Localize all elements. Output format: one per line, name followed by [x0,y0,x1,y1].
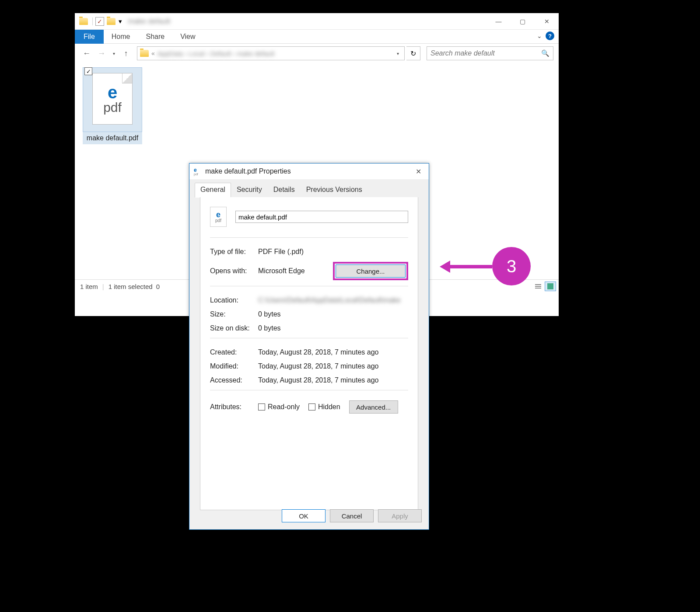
qat-dropdown-icon[interactable]: ▾ [117,17,123,25]
tab-body-general: epdf Type of file: PDF File (.pdf) Opens… [200,197,418,510]
accessed-label: Accessed: [210,376,258,384]
maximize-button[interactable]: ▢ [511,13,535,30]
checkbox-icon [258,403,265,410]
read-only-label: Read-only [268,403,300,411]
help-icon[interactable]: ? [546,31,554,40]
annotation-highlight: Change... [333,262,408,280]
tab-previous-versions[interactable]: Previous Versions [301,183,368,197]
back-button[interactable]: ← [80,47,93,60]
dialog-title: make default.pdf Properties [205,167,291,175]
advanced-button[interactable]: Advanced... [349,400,398,414]
folder-icon [79,18,88,25]
tab-view[interactable]: View [172,30,203,43]
type-of-file-label: Type of file: [210,248,258,256]
hidden-checkbox[interactable]: Hidden [308,403,340,411]
apply-button[interactable]: Apply [378,509,422,522]
size-label: Size: [210,310,258,318]
status-size: 0 [156,283,160,290]
filename-input[interactable] [235,211,408,223]
tab-home[interactable]: Home [104,30,138,43]
nav-row: ← → ▾ ↑ « AppData › Local › Default › ma… [75,44,559,63]
view-icons-button[interactable] [545,282,556,291]
folder-icon[interactable] [107,18,116,25]
tab-share[interactable]: Share [138,30,172,43]
read-only-checkbox[interactable]: Read-only [258,403,300,411]
ribbon-collapse-icon[interactable]: ⌄ [537,32,542,39]
modified-label: Modified: [210,362,258,370]
dialog-close-button[interactable]: ✕ [412,167,424,176]
status-selected: 1 item selected [108,283,153,290]
breadcrumb-path[interactable]: AppData › Local › Default › make default [157,50,394,57]
created-value: Today, August 28, 2018, 7 minutes ago [258,348,408,356]
properties-dialog: epdf make default.pdf Properties ✕ Gener… [189,163,429,530]
change-button[interactable]: Change... [336,264,406,278]
search-box[interactable]: 🔍 [427,46,553,60]
dialog-button-row: OK Cancel Apply [282,509,422,522]
annotation-step-badge: 3 [492,247,531,285]
annotation-arrow [440,261,492,272]
search-icon[interactable]: 🔍 [541,49,550,57]
qat-properties-icon[interactable]: ✓ [95,17,104,26]
status-item-count: 1 item [80,283,98,290]
location-value: C:\Users\Default\AppData\Local\Default\m… [258,296,408,304]
tab-general[interactable]: General [195,183,231,198]
file-name-label[interactable]: make default.pdf [83,132,142,144]
minimize-button[interactable]: — [486,13,511,30]
address-bar[interactable]: « AppData › Local › Default › make defau… [137,46,405,60]
hidden-label: Hidden [318,403,340,411]
file-tab[interactable]: File [75,30,104,44]
icons-view-icon [547,283,553,289]
size-on-disk-value: 0 bytes [258,324,408,332]
opens-with-value: Microsoft Edge [258,267,333,275]
cancel-button[interactable]: Cancel [330,509,374,522]
checkbox-icon [308,403,315,410]
address-dropdown-icon[interactable]: ▾ [394,51,402,56]
modified-value: Today, August 28, 2018, 7 minutes ago [258,362,408,370]
up-button[interactable]: ↑ [119,47,133,60]
attributes-label: Attributes: [210,403,258,411]
accessed-value: Today, August 28, 2018, 7 minutes ago [258,376,408,384]
file-item[interactable]: ✓ e pdf make default.pdf [83,67,142,144]
pdf-badge: pdf [103,101,122,114]
pdf-file-icon: e pdf [92,73,133,125]
forward-button[interactable]: → [95,47,108,60]
details-view-icon [535,284,541,289]
tab-security[interactable]: Security [231,183,268,197]
size-on-disk-label: Size on disk: [210,324,258,332]
refresh-button[interactable]: ↻ [406,46,420,60]
edge-icon: e [108,83,117,101]
history-dropdown-icon[interactable]: ▾ [110,51,118,56]
ok-button[interactable]: OK [282,509,326,522]
location-label: Location: [210,296,258,304]
search-input[interactable] [430,49,541,57]
close-button[interactable]: ✕ [535,13,559,30]
size-value: 0 bytes [258,310,408,318]
created-label: Created: [210,348,258,356]
type-of-file-value: PDF File (.pdf) [258,248,408,256]
file-type-icon: epdf [210,207,227,227]
pdf-mini-icon: epdf [194,167,202,175]
dialog-titlebar: epdf make default.pdf Properties ✕ [189,163,429,179]
file-select-checkbox[interactable]: ✓ [84,67,92,75]
breadcrumb-overflow-icon[interactable]: « [151,50,155,57]
opens-with-label: Opens with: [210,267,258,275]
divider [92,17,93,25]
tab-details[interactable]: Details [268,183,301,197]
view-details-button[interactable] [532,282,544,291]
ribbon-tabs: File Home Share View ⌄ ? [75,30,559,44]
dialog-tabs: General Security Details Previous Versio… [195,183,424,197]
titlebar: ✓ ▾ make default — ▢ ✕ [75,13,559,30]
folder-icon [140,50,149,57]
window-title: make default [128,17,170,26]
